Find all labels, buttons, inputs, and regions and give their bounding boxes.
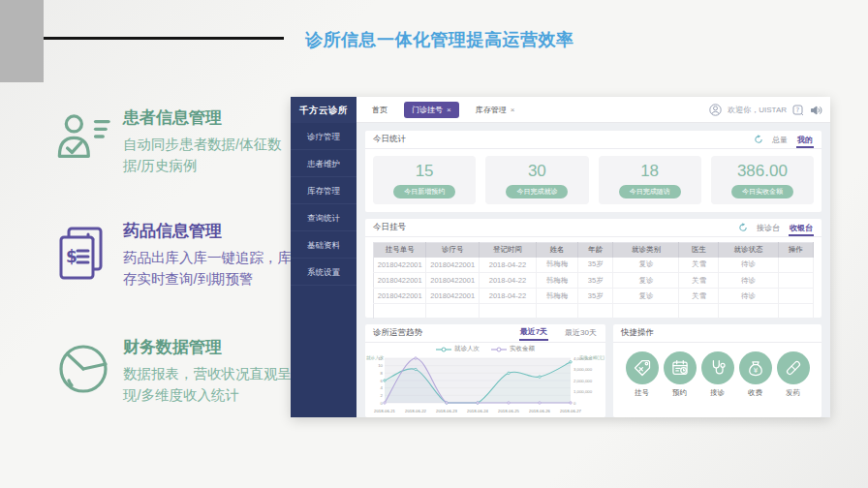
table-cell: 韩梅梅 xyxy=(536,273,577,289)
stat-label-button[interactable]: 今日完成就诊 xyxy=(506,185,568,198)
stat-label-button[interactable]: 今日新增预约 xyxy=(393,185,455,198)
stats-title: 今日统计 xyxy=(373,134,406,145)
quick-action-label: 预约 xyxy=(672,388,687,398)
tag-icon[interactable] xyxy=(626,351,659,384)
sidebar-item-3[interactable]: 查询统计 xyxy=(291,204,356,231)
table-cell xyxy=(778,258,813,273)
help-icon[interactable]: ? xyxy=(792,105,804,116)
tab-0[interactable]: 首页 xyxy=(364,102,395,118)
avatar-icon xyxy=(709,104,722,116)
table-row-1: 20180422001201804220012018-04-22韩梅梅35岁复诊… xyxy=(374,273,814,289)
svg-text:就诊人次: 就诊人次 xyxy=(366,354,385,360)
app-header: 千方云诊所 首页门诊挂号×库存管理× 欢迎你，UISTAR ? xyxy=(291,97,830,123)
quick-action-1: 预约 xyxy=(664,351,697,398)
tab-close-icon[interactable]: × xyxy=(511,106,515,114)
sidebar-item-5[interactable]: 系统设置 xyxy=(291,259,356,286)
sidebar-item-2[interactable]: 库存管理 xyxy=(291,177,356,204)
quick-action-label: 发药 xyxy=(786,388,800,398)
tab-1[interactable]: 门诊挂号× xyxy=(404,102,459,118)
table-body: 20180422001201804220012018-04-22韩梅梅35岁复诊… xyxy=(374,258,814,320)
feature-heading: 药品信息管理 xyxy=(123,220,294,242)
table-cell: 35岁 xyxy=(578,289,613,304)
svg-text:?: ? xyxy=(795,107,799,114)
table-row-2: 20180422001201804220012018-04-22韩梅梅35岁复诊… xyxy=(374,289,814,304)
svg-text:6: 6 xyxy=(381,379,384,383)
table-cell: 20180422001 xyxy=(374,258,426,273)
table-cell xyxy=(778,273,813,289)
table-cell: 20180422001 xyxy=(374,289,426,304)
speaker-icon[interactable] xyxy=(810,105,822,116)
legend-item-0: 就诊人次 xyxy=(436,345,480,353)
sidebar-item-1[interactable]: 患者维护 xyxy=(291,150,356,177)
stats-filter-group: 总量我的 xyxy=(771,135,814,145)
table-row-3 xyxy=(374,304,814,320)
quick-action-3: ¥收费 xyxy=(739,351,772,398)
trend-tabs: 最近7天最近30天 xyxy=(519,325,598,341)
svg-text:2018-06-23: 2018-06-23 xyxy=(436,409,458,413)
table-header-row: 挂号单号诊疗号登记时间姓名年龄就诊类别医生就诊状态操作 xyxy=(374,243,814,258)
refresh-icon[interactable] xyxy=(754,135,763,144)
table-cell: 2018-04-22 xyxy=(479,258,536,273)
svg-text:8: 8 xyxy=(381,371,384,376)
stat-label-button[interactable]: 今日完成随访 xyxy=(619,185,681,198)
feature-finance-data: 财务数据管理 数据报表，营收状况直观呈现/多维度收入统计 xyxy=(56,336,294,407)
table-row-0: 20180422001201804220012018-04-22韩梅梅35岁复诊… xyxy=(374,258,814,273)
user-greeting: 欢迎你，UISTAR xyxy=(728,105,787,115)
filter-1[interactable]: 最近30天 xyxy=(564,326,598,340)
pie-chart-icon xyxy=(56,336,110,407)
refresh-icon[interactable] xyxy=(738,223,748,232)
tab-bar: 首页门诊挂号×库存管理× xyxy=(364,97,522,123)
table-cell xyxy=(719,304,778,320)
feature-body: 药品出库入库一键追踪，库存实时查询/到期预警 xyxy=(123,248,294,290)
stat-value: 386.00 xyxy=(737,162,788,181)
feature-heading: 财务数据管理 xyxy=(123,336,294,358)
tab-label: 门诊挂号 xyxy=(412,105,443,115)
user-area: 欢迎你，UISTAR ? xyxy=(709,97,822,123)
calendar-icon[interactable] xyxy=(664,351,697,384)
table-cell: 复诊 xyxy=(613,273,679,289)
stethoscope-icon[interactable] xyxy=(701,351,734,384)
table-column-header: 登记时间 xyxy=(479,243,536,258)
app-logo: 千方云诊所 xyxy=(291,97,356,123)
table-cell xyxy=(613,304,679,320)
sidebar-item-4[interactable]: 基础资料 xyxy=(291,231,356,259)
filter-1[interactable]: 收银台 xyxy=(789,223,814,236)
svg-text:2018-06-22: 2018-06-22 xyxy=(405,409,427,413)
filter-0[interactable]: 接诊台 xyxy=(756,223,781,234)
sidebar-item-0[interactable]: 诊疗管理 xyxy=(291,123,356,150)
quick-action-label: 接诊 xyxy=(710,388,725,398)
stat-value: 18 xyxy=(640,162,659,181)
table-column-header: 姓名 xyxy=(536,243,577,258)
table-column-header: 年龄 xyxy=(578,243,613,258)
table-column-header: 就诊类别 xyxy=(613,243,679,258)
stat-cards: 15今日新增预约30今日完成就诊18今日完成随访386.00今日实收金额 xyxy=(365,149,822,204)
title-rule xyxy=(44,37,284,40)
table-cell: 关雪 xyxy=(679,273,719,289)
stat-value: 30 xyxy=(528,162,546,181)
patient-sync-icon xyxy=(56,107,110,177)
tab-2[interactable]: 库存管理× xyxy=(468,102,523,118)
svg-text:0: 0 xyxy=(381,401,384,406)
stats-filters: 总量我的 xyxy=(754,135,814,145)
svg-text:4: 4 xyxy=(381,385,384,390)
filter-0[interactable]: 总量 xyxy=(771,135,789,146)
tab-close-icon[interactable]: × xyxy=(447,106,451,114)
filter-0[interactable]: 最近7天 xyxy=(519,325,548,341)
stat-label-button[interactable]: 今日实收金额 xyxy=(731,185,793,198)
chart-legend: 就诊人次实收金额 xyxy=(365,343,605,353)
filter-1[interactable]: 我的 xyxy=(796,135,814,148)
stat-value: 15 xyxy=(416,162,434,181)
table-cell: 2018-04-22 xyxy=(479,289,536,304)
quick-action-label: 收费 xyxy=(748,388,762,398)
table-cell xyxy=(578,304,613,320)
table-cell: 关雪 xyxy=(679,258,719,273)
table-cell xyxy=(374,304,426,320)
table-cell: 韩梅梅 xyxy=(536,289,577,304)
registry-title: 今日挂号 xyxy=(373,222,406,233)
capsule-icon[interactable] xyxy=(777,351,810,384)
stats-panel: 今日统计 总量我的 15今日新增预约30今日完成就诊18今日完成随访386.00… xyxy=(365,131,822,212)
table-cell: 关雪 xyxy=(679,289,719,304)
svg-text:10: 10 xyxy=(378,363,383,368)
trend-title: 诊所运营趋势 xyxy=(373,327,422,339)
money-pouch-icon[interactable]: ¥ xyxy=(739,351,772,384)
